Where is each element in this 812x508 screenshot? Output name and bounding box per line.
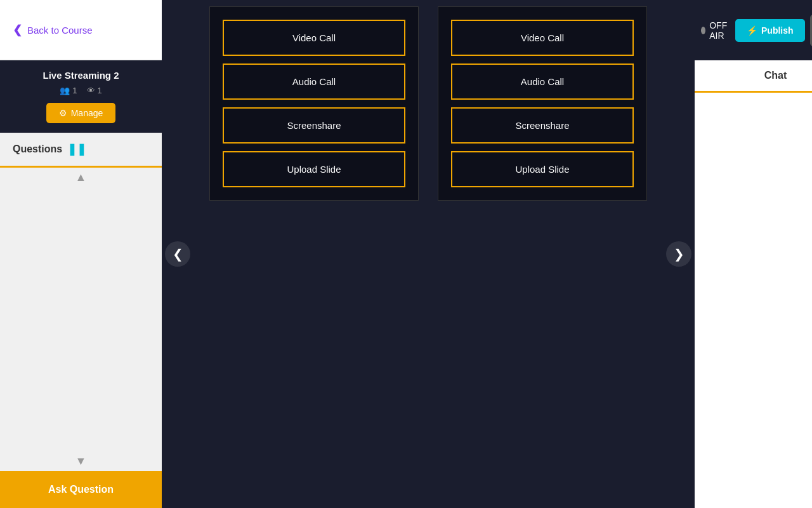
left-screenshare-label: Screenshare	[287, 120, 341, 131]
chat-panel: Chat ▲ ▼	[695, 60, 812, 508]
right-audio-call-button[interactable]: Audio Call	[451, 64, 634, 100]
start-record-button[interactable]: Start Record	[810, 15, 812, 46]
ask-question-label: Ask Question	[48, 484, 114, 495]
viewers-count: 1	[98, 86, 102, 95]
questions-section: Questions ❚❚ ▲ ▼ Ask Question	[0, 133, 162, 508]
left-screenshare-button[interactable]: Screenshare	[223, 107, 405, 144]
publish-label: Publish	[761, 25, 794, 36]
off-air-status: OFF AIR	[701, 20, 730, 41]
left-audio-call-button[interactable]: Audio Call	[223, 64, 405, 100]
ask-question-button[interactable]: Ask Question	[0, 471, 162, 508]
scroll-down-indicator: ▼	[0, 451, 162, 471]
right-upload-slide-button[interactable]: Upload Slide	[451, 151, 634, 187]
right-screenshare-button[interactable]: Screenshare	[451, 107, 634, 144]
off-air-label: OFF AIR	[709, 20, 730, 41]
manage-button[interactable]: ⚙ Manage	[46, 103, 116, 123]
people-icon: 👥	[60, 86, 70, 95]
back-chevron-icon: ❮	[13, 23, 22, 37]
nav-arrow-right-button[interactable]: ❯	[666, 241, 691, 267]
nav-arrow-left-button[interactable]: ❮	[165, 241, 190, 267]
main-content: ❮ ❯ Video Call Audio Call Screenshare Up…	[162, 0, 695, 508]
right-video-call-label: Video Call	[521, 32, 564, 43]
top-controls: OFF AIR ⚡ Publish Start Record	[695, 0, 812, 60]
left-video-call-button[interactable]: Video Call	[223, 20, 405, 56]
viewers-stat: 👁 1	[87, 86, 102, 95]
back-to-course-link[interactable]: ❮ Back to Course	[0, 0, 162, 60]
off-air-dot-icon	[701, 27, 705, 34]
left-sidebar: ❮ Back to Course Live Streaming 2 👥 1 👁 …	[0, 0, 162, 508]
right-upload-slide-label: Upload Slide	[515, 164, 569, 175]
video-panel-right: Video Call Audio Call Screenshare Upload…	[438, 6, 647, 201]
questions-content: ▲	[0, 168, 162, 451]
questions-label: Questions	[13, 144, 62, 155]
video-panels: Video Call Audio Call Screenshare Upload…	[162, 0, 695, 508]
participants-count: 1	[72, 86, 77, 95]
left-video-call-label: Video Call	[292, 32, 336, 43]
stream-title: Live Streaming 2	[13, 70, 149, 81]
stream-info-panel: Live Streaming 2 👥 1 👁 1 ⚙ Manage	[0, 60, 162, 133]
publish-button[interactable]: ⚡ Publish	[735, 19, 805, 42]
manage-label: Manage	[71, 108, 103, 118]
gear-icon: ⚙	[59, 108, 67, 118]
stream-stats: 👥 1 👁 1	[13, 86, 149, 95]
back-to-course-label: Back to Course	[27, 25, 93, 36]
nav-right-icon: ❯	[674, 246, 684, 262]
right-panel: OFF AIR ⚡ Publish Start Record Chat ▲ ▼	[695, 0, 812, 508]
scroll-up-indicator: ▲	[0, 168, 162, 187]
chat-messages-area: ▲ ▼	[695, 93, 812, 508]
right-screenshare-label: Screenshare	[515, 120, 569, 131]
left-audio-call-label: Audio Call	[292, 76, 336, 87]
right-audio-call-label: Audio Call	[521, 76, 564, 87]
video-panel-left: Video Call Audio Call Screenshare Upload…	[209, 6, 419, 201]
questions-header: Questions ❚❚	[0, 133, 162, 168]
eye-icon: 👁	[87, 86, 95, 95]
chat-header: Chat	[695, 60, 812, 93]
questions-icon: ❚❚	[67, 142, 86, 156]
left-upload-slide-button[interactable]: Upload Slide	[223, 151, 405, 187]
right-video-call-button[interactable]: Video Call	[451, 20, 634, 56]
participants-stat: 👥 1	[60, 86, 77, 95]
nav-left-icon: ❮	[173, 246, 183, 262]
bolt-icon: ⚡	[747, 25, 757, 36]
left-upload-slide-label: Upload Slide	[287, 164, 341, 175]
